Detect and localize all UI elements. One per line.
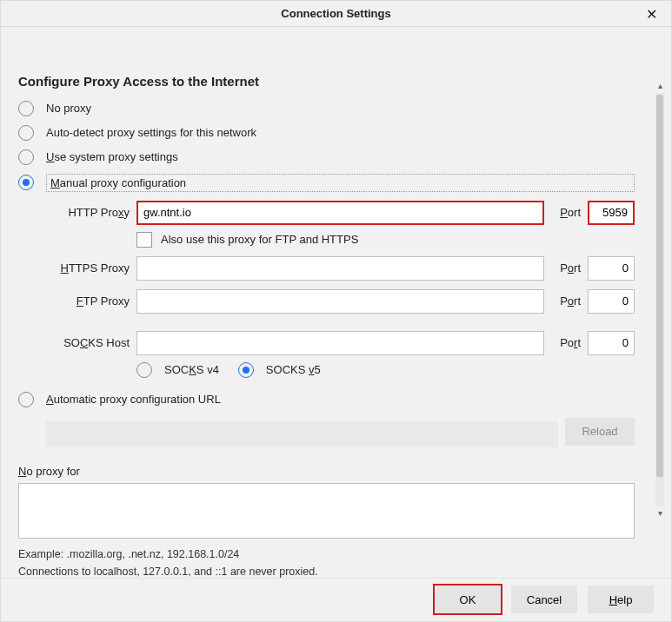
radio-label: No proxy [46, 102, 91, 115]
content-area: Configure Proxy Access to the Internet N… [18, 74, 654, 578]
socks4-label: SOCKS v4 [164, 363, 219, 376]
radio-label: Manual proxy configuration [46, 174, 635, 192]
scroll-down-icon[interactable]: ▾ [654, 508, 666, 519]
reload-button[interactable]: Reload [565, 418, 635, 446]
radio-auto-url[interactable]: Automatic proxy configuration URL [18, 392, 635, 407]
manual-proxy-block: HTTP Proxy Port Also use this proxy for … [46, 201, 635, 383]
socks-host-input[interactable] [136, 331, 544, 355]
port-label: Port [551, 206, 581, 219]
http-proxy-input[interactable] [136, 201, 544, 225]
socks-host-label: SOCKS Host [46, 336, 130, 349]
ftp-proxy-label: FTP Proxy [46, 294, 130, 308]
radio-label: Use system proxy settings [46, 150, 178, 163]
note-text: Connections to localhost, 127.0.0.1, and… [18, 566, 635, 578]
radio-auto-detect[interactable]: Auto-detect proxy settings for this netw… [18, 125, 635, 141]
vertical-scrollbar[interactable]: ▴ ▾ [654, 81, 666, 519]
radio-icon[interactable] [18, 175, 34, 190]
https-proxy-label: HTTPS Proxy [46, 261, 130, 275]
dialog-title: Connection Settings [281, 7, 390, 20]
radio-label: Auto-detect proxy settings for this netw… [46, 126, 256, 139]
example-text: Example: .mozilla.org, .net.nz, 192.168.… [18, 548, 635, 560]
radio-icon[interactable] [18, 392, 34, 407]
radio-icon[interactable] [18, 101, 34, 116]
http-proxy-label: HTTP Proxy [46, 206, 130, 219]
page-heading: Configure Proxy Access to the Internet [18, 74, 635, 89]
radio-manual[interactable]: Manual proxy configuration [18, 174, 635, 192]
radio-icon[interactable] [18, 125, 34, 141]
radio-icon[interactable] [18, 149, 34, 165]
scrollbar-track[interactable] [655, 93, 664, 506]
radio-label: Automatic proxy configuration URL [46, 393, 221, 406]
scrollbar-thumb[interactable] [656, 95, 663, 477]
ftp-port-input[interactable] [588, 289, 635, 314]
radio-use-system[interactable]: Use system proxy settings [18, 149, 635, 165]
https-port-input[interactable] [588, 256, 635, 281]
port-label: Port [551, 336, 581, 349]
no-proxy-for-label: No proxy for [18, 465, 635, 478]
radio-socks4[interactable] [136, 362, 152, 378]
port-label: Port [551, 261, 581, 275]
radio-no-proxy[interactable]: No proxy [18, 101, 635, 116]
http-port-input[interactable] [588, 201, 635, 225]
scroll-up-icon[interactable]: ▴ [654, 81, 666, 91]
help-button[interactable]: Help [588, 586, 654, 613]
socks-version-row: SOCKS v4 SOCKS v5 [136, 362, 635, 378]
https-proxy-input[interactable] [136, 256, 544, 281]
socks5-label: SOCKS v5 [266, 363, 321, 376]
radio-socks5[interactable] [238, 362, 254, 378]
ftp-proxy-input[interactable] [136, 289, 544, 314]
also-use-checkbox[interactable] [136, 232, 152, 248]
ok-button[interactable]: OK [435, 586, 501, 613]
port-label: Port [551, 294, 581, 308]
titlebar: Connection Settings ✕ [1, 1, 671, 27]
cancel-button[interactable]: Cancel [511, 586, 577, 613]
dialog-body: ▴ ▾ Configure Proxy Access to the Intern… [1, 27, 671, 578]
close-icon[interactable]: ✕ [641, 6, 662, 23]
pac-row: Reload [46, 416, 635, 447]
pac-url-input[interactable] [46, 421, 558, 447]
also-use-label: Also use this proxy for FTP and HTTPS [161, 233, 358, 246]
connection-settings-dialog: Connection Settings ✕ ▴ ▾ Configure Prox… [0, 0, 672, 622]
also-use-row[interactable]: Also use this proxy for FTP and HTTPS [136, 232, 635, 248]
no-proxy-for-input[interactable] [18, 483, 635, 539]
dialog-footer: OK Cancel Help [1, 578, 671, 621]
socks-port-input[interactable] [588, 331, 635, 355]
